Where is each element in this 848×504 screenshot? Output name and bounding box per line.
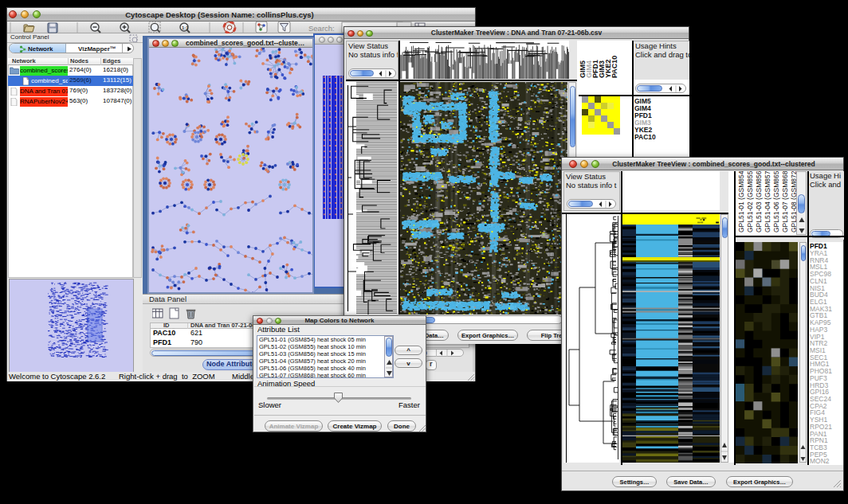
svg-text:GPL51-02 (GSM855): GPL51-02 (GSM855) [746, 171, 754, 232]
svg-text:GPL51-01 (GSM854): GPL51-01 (GSM854) [737, 171, 745, 232]
svg-text:GPL51-06 (GSM865): GPL51-06 (GSM865) [772, 171, 780, 232]
svg-text:GPL51-08 (GSM872): GPL51-08 (GSM872) [790, 171, 796, 232]
svg-text:PAC10: PAC10 [610, 56, 618, 78]
svg-text:GPL51-04 (GSM857): GPL51-04 (GSM857) [764, 171, 771, 232]
svg-text:Search:: Search: [308, 24, 335, 33]
svg-text:1:1: 1:1 [182, 25, 189, 30]
svg-text:GPL51-03 (GSM856): GPL51-03 (GSM856) [755, 171, 763, 232]
svg-text:GPL51-07 (GSM868): GPL51-07 (GSM868) [781, 171, 789, 232]
